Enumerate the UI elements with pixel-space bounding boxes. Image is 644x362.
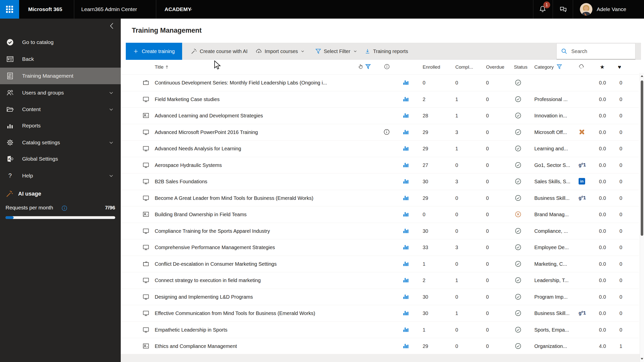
chevron-down-icon[interactable]	[188, 7, 193, 13]
analytics-chart-icon[interactable]	[403, 96, 410, 103]
table-row[interactable]: Designing and Implementing L&D Programs3…	[121, 289, 639, 305]
training-title[interactable]: Advanced Learning and Development Strate…	[155, 108, 263, 124]
analytics-chart-icon[interactable]	[403, 112, 410, 119]
app-title[interactable]: Learn365 Admin Center	[81, 0, 137, 19]
vertical-scrollbar[interactable]	[640, 73, 644, 362]
table-row[interactable]: B2B Sales Foundations3030Sales Skills, S…	[121, 173, 639, 190]
provider-logo: in	[579, 178, 594, 185]
analytics-chart-icon[interactable]	[403, 129, 410, 136]
table-row[interactable]: Advanced Learning and Development Strate…	[121, 108, 639, 124]
table-row[interactable]: Aerospace Hydraulic Systems2700Go1, Sect…	[121, 157, 639, 174]
scroll-down-arrow[interactable]	[641, 358, 643, 360]
chevron-down-icon[interactable]	[108, 173, 114, 179]
column-header-likes[interactable]: ♥	[618, 60, 621, 74]
sidebar-item-global-settings[interactable]: AGlobal Settings	[0, 151, 121, 167]
select-filter-button[interactable]: Select Filter	[315, 43, 357, 60]
column-header-rating[interactable]: ★	[600, 60, 605, 74]
brand-title[interactable]: Microsoft 365	[28, 0, 62, 19]
column-header-title[interactable]: Title	[155, 60, 169, 74]
sidebar-item-ai-usage[interactable]: AI usage	[0, 186, 121, 201]
training-title[interactable]: B2B Sales Foundations	[155, 173, 207, 190]
training-title[interactable]: Advanced Needs Analysis for Learning	[155, 141, 241, 157]
analytics-chart-icon[interactable]	[403, 145, 410, 152]
user-name[interactable]: Adele Vance	[597, 0, 626, 19]
table-row[interactable]: Effective Communication from Mind Tools …	[121, 305, 639, 322]
table-row[interactable]: Connect strategy to execution in field m…	[121, 272, 639, 289]
analytics-chart-icon[interactable]	[403, 162, 410, 169]
sidebar-item-help[interactable]: ?Help	[0, 167, 121, 184]
column-header-type-filter[interactable]	[358, 60, 371, 74]
analytics-chart-icon[interactable]	[403, 228, 410, 235]
column-header-provider[interactable]	[578, 60, 585, 74]
table-row[interactable]: Advanced Microsoft PowerPoint 2016 Train…	[121, 124, 639, 141]
table-row[interactable]: Continuous Development Series: Monthly F…	[121, 75, 639, 91]
feedback-button[interactable]	[559, 5, 568, 15]
table-row[interactable]: Conflict De-escalation in Consumer Marke…	[121, 256, 639, 273]
sidebar-item-catalog-settings[interactable]: Catalog settings	[0, 134, 121, 151]
training-title[interactable]: Conflict De-escalation in Consumer Marke…	[155, 256, 277, 272]
column-header-overdue[interactable]: Overdue	[486, 60, 504, 74]
chevron-down-icon[interactable]	[108, 140, 114, 146]
training-title[interactable]: Aerospace Hydraulic Systems	[155, 157, 222, 173]
search-input[interactable]	[571, 43, 632, 59]
table-row[interactable]: Ethics and Compliance Management2900Orga…	[121, 338, 639, 354]
horizontal-scrollbar[interactable]	[121, 354, 640, 362]
analytics-chart-icon[interactable]	[403, 195, 410, 202]
tenant-selector[interactable]: ACADEMY	[165, 0, 191, 19]
analytics-chart-icon[interactable]	[403, 79, 410, 86]
analytics-chart-icon[interactable]	[403, 310, 410, 317]
training-title[interactable]: Continuous Development Series: Monthly F…	[155, 75, 327, 91]
training-title[interactable]: Field Marketing Case studies	[155, 91, 220, 108]
analytics-chart-icon[interactable]	[403, 211, 410, 218]
scrollbar-thumb[interactable]	[641, 80, 643, 236]
training-title[interactable]: Compliance Training for the Sports Appar…	[155, 223, 270, 239]
analytics-chart-icon[interactable]	[403, 244, 410, 251]
training-reports-button[interactable]: Training reports	[365, 43, 408, 60]
analytics-chart-icon[interactable]	[403, 178, 410, 185]
training-title[interactable]: Connect strategy to execution in field m…	[155, 272, 261, 289]
training-title[interactable]: Become A Great Leader from Mind Tools fo…	[155, 190, 313, 206]
training-title[interactable]: Empathetic Leadership in Sports	[155, 322, 227, 338]
sidebar-item-content[interactable]: Content	[0, 101, 121, 118]
table-row[interactable]: Compliance Training for the Sports Appar…	[121, 223, 639, 240]
sidebar-item-training-management[interactable]: Training Management	[0, 68, 121, 84]
likes-count: 0	[615, 206, 626, 223]
info-icon[interactable]	[61, 205, 67, 211]
chevron-down-icon[interactable]	[108, 106, 114, 112]
column-header-status[interactable]: Status	[514, 60, 528, 74]
sidebar-item-reports[interactable]: Reports	[0, 117, 121, 134]
analytics-chart-icon[interactable]	[403, 326, 410, 333]
analytics-chart-icon[interactable]	[403, 277, 410, 284]
training-title[interactable]: Building Brand Ownership in Field Teams	[155, 206, 247, 223]
analytics-chart-icon[interactable]	[403, 293, 410, 300]
column-header-category[interactable]: Category	[534, 60, 562, 74]
table-row[interactable]: Advanced Needs Analysis for Learning2910…	[121, 141, 639, 157]
scroll-up-arrow[interactable]	[641, 75, 643, 77]
column-header-completed[interactable]: Compl...	[455, 60, 473, 74]
column-header-enrolled[interactable]: Enrolled	[423, 60, 440, 74]
table-row[interactable]: Building Brand Ownership in Field Teams0…	[121, 206, 639, 223]
analytics-chart-icon[interactable]	[403, 260, 410, 267]
import-courses-button[interactable]: Import courses	[256, 43, 305, 60]
sidebar-item-go-to-catalog[interactable]: Go to catalog	[0, 34, 121, 51]
sidebar-item-users-and-groups[interactable]: Users and groups	[0, 84, 121, 101]
app-launcher-button[interactable]	[0, 0, 19, 19]
collapse-sidebar-button[interactable]	[108, 22, 115, 30]
chevron-down-icon[interactable]	[108, 90, 114, 96]
create-training-button[interactable]: Create training	[126, 43, 182, 60]
sidebar-item-back[interactable]: Back	[0, 51, 121, 67]
table-row[interactable]: Comprehensive Performance Management Str…	[121, 239, 639, 256]
table-row[interactable]: Field Marketing Case studies210Professio…	[121, 91, 639, 108]
column-header-info[interactable]	[384, 60, 390, 74]
info-icon[interactable]	[383, 129, 390, 136]
training-title[interactable]: Effective Communication from Mind Tools …	[155, 305, 315, 322]
table-row[interactable]: Become A Great Leader from Mind Tools fo…	[121, 190, 639, 207]
training-title[interactable]: Comprehensive Performance Management Str…	[155, 239, 275, 256]
table-row[interactable]: Empathetic Leadership in Sports100Sports…	[121, 322, 639, 338]
avatar[interactable]	[580, 3, 592, 16]
training-title[interactable]: Designing and Implementing L&D Programs	[155, 289, 253, 305]
training-title[interactable]: Ethics and Compliance Management	[155, 338, 237, 354]
analytics-chart-icon[interactable]	[403, 343, 410, 350]
training-title[interactable]: Advanced Microsoft PowerPoint 2016 Train…	[155, 124, 258, 141]
create-course-with-ai-button[interactable]: Create course with AI	[191, 43, 248, 60]
